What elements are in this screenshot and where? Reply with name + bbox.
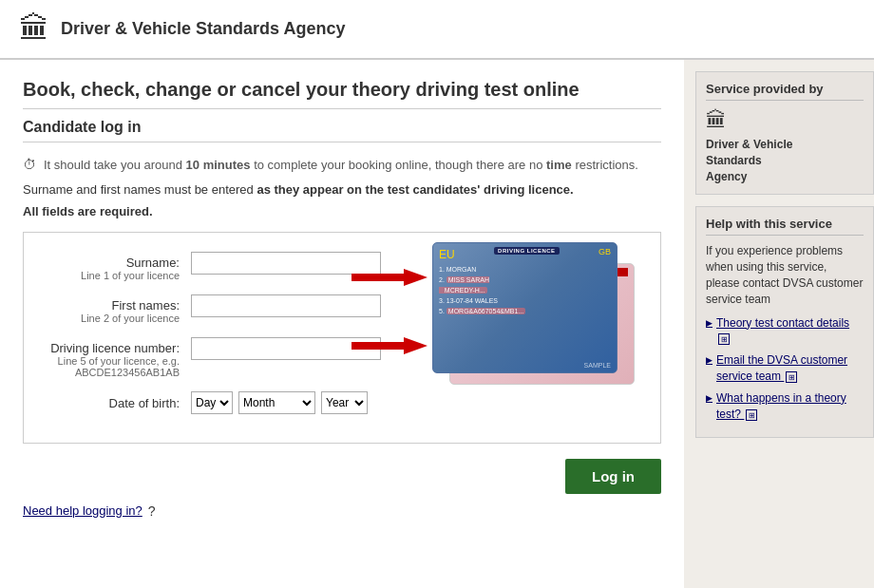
main-content: Book, check, change or cancel your theor… <box>0 60 684 588</box>
login-form: Surname: Line 1 of your licence First na… <box>23 232 661 444</box>
timing-text: It should take you around 10 minutes to … <box>44 156 638 175</box>
required-text: All fields are required. <box>23 204 661 218</box>
help-sidebar-title: Help with this service <box>706 217 864 236</box>
licence-sublabel2: ABCDE123456AB1AB <box>39 367 180 378</box>
sample-text: SAMPLE <box>584 362 611 369</box>
service-provided-title: Service provided by <box>706 82 864 101</box>
page-header: 🏛 Driver & Vehicle Standards Agency <box>0 0 874 60</box>
month-select[interactable]: Month JanuaryFebruaryMarchApril MayJuneJ… <box>238 391 315 414</box>
licence-image-area: PROVISIONAL DRIVING LICENCE PHOTO 1. MOR… <box>432 242 651 418</box>
section-title: Candidate log in <box>23 119 661 142</box>
front-text: 1. MORGAN 2. MISS SARAH MCREDY-H... 3. 1… <box>439 264 611 317</box>
year-select[interactable]: Year 1990199119921993 1994199519961997 1… <box>321 391 368 414</box>
help-sidebar-box: Help with this service If you experience… <box>695 206 874 438</box>
sidebar-crest: 🏛 <box>706 108 864 133</box>
firstname-input[interactable] <box>191 294 381 317</box>
login-button[interactable]: Log in <box>565 459 661 494</box>
help-sidebar-body: If you experience problems when using th… <box>706 243 864 307</box>
sidebar-org-name: Driver & VehicleStandardsAgency <box>706 137 864 184</box>
theory-test-contact-text: Theory test contact details ⊞ <box>716 315 864 348</box>
arrow-licence-svg <box>352 337 428 354</box>
licence-label: Driving licence number: <box>39 341 180 355</box>
licence-sublabel: Line 5 of your licence, e.g. <box>39 355 180 367</box>
surname-label-col: Surname: Line 1 of your licence <box>39 252 191 281</box>
firstname-sublabel: Line 2 of your licence <box>39 313 180 324</box>
firstname-label: First names: <box>39 298 180 313</box>
email-dvsa-link[interactable]: Email the DVSA customer service team ⊞ <box>706 352 864 385</box>
surname-label: Surname: <box>39 256 180 270</box>
clock-icon: ⏱ <box>23 157 36 172</box>
eu-flag: EU <box>439 248 455 261</box>
help-link[interactable]: Need help logging in? <box>23 503 142 518</box>
dob-label: Date of birth: <box>39 396 180 410</box>
day-select[interactable]: Day 12345 678910 1112131415 1617181920 2… <box>191 391 233 414</box>
external-icon-1: ⊞ <box>718 333 730 345</box>
front-top: EU DRIVING LICENCE GB <box>439 247 611 261</box>
page-title: Book, check, change or cancel your theor… <box>23 79 661 109</box>
surname-sublabel: Line 1 of your licence <box>39 270 180 281</box>
help-icon[interactable]: ? <box>148 503 156 519</box>
dob-label-col: Date of birth: <box>39 394 191 410</box>
timing-info: ⏱ It should take you around 10 minutes t… <box>23 156 661 175</box>
arrow-surname-svg <box>352 269 428 286</box>
email-dvsa-text: Email the DVSA customer service team ⊞ <box>716 352 864 385</box>
licence-card-front: EU DRIVING LICENCE GB 1. MORGAN 2. MISS … <box>432 242 618 373</box>
theory-test-contact-link[interactable]: Theory test contact details ⊞ <box>706 315 864 348</box>
firstname-label-col: First names: Line 2 of your licence <box>39 294 191 324</box>
external-icon-3: ⊞ <box>746 409 757 421</box>
help-link-row: Need help logging in? ? <box>23 503 661 519</box>
external-icon-2: ⊞ <box>786 371 797 383</box>
org-name-header: Driver & Vehicle Standards Agency <box>61 19 345 39</box>
licence-label-col: Driving licence number: Line 5 of your l… <box>39 337 191 378</box>
surname-note: Surname and first names must be entered … <box>23 182 661 197</box>
theory-test-info-link[interactable]: What happens in a theory test? ⊞ <box>706 390 864 423</box>
dob-selects: Day 12345 678910 1112131415 1617181920 2… <box>191 391 368 414</box>
service-provided-box: Service provided by 🏛 Driver & VehicleSt… <box>695 71 874 195</box>
sidebar: Service provided by 🏛 Driver & VehicleSt… <box>684 60 874 588</box>
login-row: Log in <box>23 459 661 494</box>
theory-test-info-text: What happens in a theory test? ⊞ <box>716 390 864 423</box>
crest-icon: 🏛 <box>19 11 49 47</box>
driving-licence-header: DRIVING LICENCE <box>494 247 560 255</box>
svg-marker-0 <box>352 269 428 286</box>
gb-flag: GB <box>598 247 611 256</box>
svg-marker-1 <box>352 337 428 354</box>
